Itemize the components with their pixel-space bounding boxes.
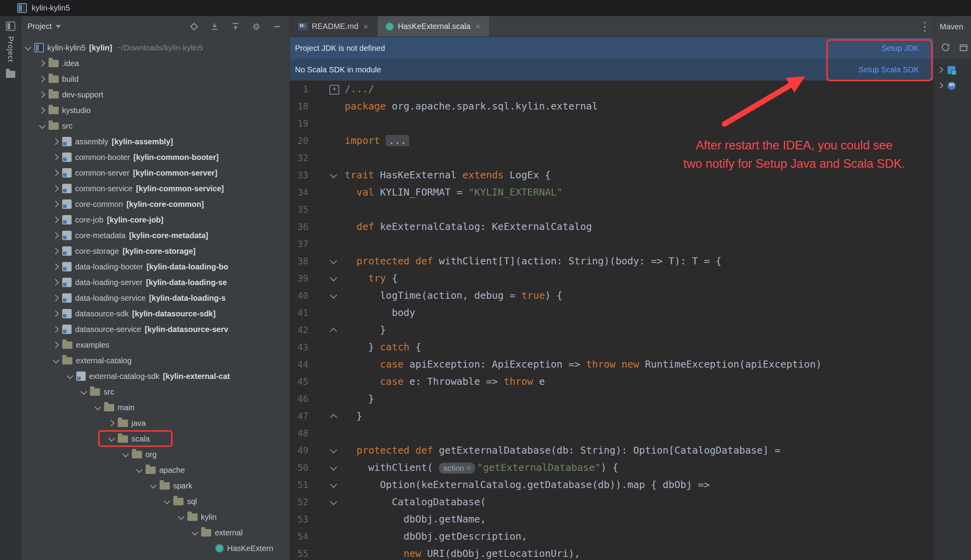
chevron-right-icon[interactable] <box>38 105 48 115</box>
chevron-right-icon[interactable] <box>51 309 61 319</box>
tab-readme-md[interactable]: README.md <box>290 16 378 37</box>
tree-item-kylin[interactable]: kylin <box>21 509 290 525</box>
tree-item-common-server[interactable]: common-server[kylin-common-server] <box>21 165 290 181</box>
fold-down-icon[interactable] <box>308 459 345 476</box>
tree-item-spark[interactable]: spark <box>21 478 290 494</box>
code-text[interactable]: protected def getExternalDatabase(db: St… <box>345 442 780 459</box>
tree-item-external-catalog-sdk[interactable]: external-catalog-sdk[kylin-external-cat <box>21 368 290 384</box>
tree-item-core-metadata[interactable]: core-metadata[kylin-core-metadata] <box>21 228 290 243</box>
folder-stripe-icon[interactable] <box>6 71 15 78</box>
fold-down-icon[interactable] <box>308 442 345 459</box>
tree-item-kylin-kylin5[interactable]: kylin-kylin5[kylin]~/Downloads/kylin-kyl… <box>21 40 290 56</box>
tree-item-examples[interactable]: examples <box>21 337 290 353</box>
code-text[interactable]: case e: Throwable => throw e <box>345 373 545 390</box>
chevron-right-icon[interactable] <box>38 58 48 68</box>
code-text[interactable]: dbObj.getDescription, <box>345 528 527 545</box>
chevron-down-icon[interactable] <box>56 25 61 28</box>
code-text[interactable]: } <box>345 390 374 407</box>
close-icon[interactable] <box>362 22 369 31</box>
tree-item-java[interactable]: java <box>21 415 290 431</box>
tree-item-build[interactable]: build <box>21 71 290 87</box>
chevron-right-icon[interactable] <box>38 90 48 100</box>
tree-item-datasource-sdk[interactable]: datasource-sdk[kylin-datasource-sdk] <box>21 306 290 321</box>
chevron-right-icon[interactable] <box>38 74 48 84</box>
tree-item-external-catalog[interactable]: external-catalog <box>21 353 290 368</box>
tree-item-src[interactable]: src <box>21 384 290 400</box>
tree-item-HasKeExtern[interactable]: HasKeExtern <box>21 540 290 556</box>
code-text[interactable]: /.../ <box>345 81 374 98</box>
chevron-down-icon[interactable] <box>135 465 145 475</box>
code-text[interactable]: dbObj.getName, <box>345 511 486 528</box>
code-text[interactable]: def keExternalCatalog: KeExternalCatalog <box>345 218 592 235</box>
chevron-down-icon[interactable] <box>149 481 159 491</box>
code-text[interactable]: logTime(action, debug = true) { <box>345 287 563 304</box>
tree-item-core-common[interactable]: core-common[kylin-core-common] <box>21 196 290 212</box>
tree-item-core-storage[interactable]: core-storage[kylin-core-storage] <box>21 243 290 259</box>
chevron-right-icon[interactable] <box>51 183 61 194</box>
tree-item-dev-support[interactable]: dev-support <box>21 87 290 102</box>
fold-down-icon[interactable] <box>308 287 345 304</box>
tree-item-main[interactable]: main <box>21 400 290 415</box>
fold-plus-icon[interactable] <box>308 81 345 98</box>
tree-item-data-loading-server[interactable]: data-loading-server[kylin-data-loading-s… <box>21 275 290 290</box>
code-text[interactable]: package org.apache.spark.sql.kylin.exter… <box>345 98 598 115</box>
code-text[interactable]: protected def withClient[T](action: Stri… <box>345 253 721 270</box>
code-text[interactable]: withClient( action ="getExternalDatabase… <box>345 459 619 476</box>
maven-module-row[interactable] <box>934 78 971 93</box>
code-text[interactable]: val KYLIN_FORMAT = "KYLIN_EXTERNAL" <box>345 184 563 201</box>
settings-gear-icon[interactable] <box>252 22 261 31</box>
chevron-right-icon[interactable] <box>51 152 61 162</box>
chevron-right-icon[interactable] <box>51 230 61 241</box>
chevron-down-icon[interactable] <box>121 449 131 459</box>
chevron-down-icon[interactable] <box>65 371 76 381</box>
chevron-down-icon[interactable] <box>23 43 34 53</box>
code-text[interactable]: try { <box>345 270 397 287</box>
fold-down-icon[interactable] <box>308 253 345 270</box>
code-text[interactable]: } <box>345 321 386 339</box>
code-text[interactable]: } <box>345 407 362 425</box>
project-view-title[interactable]: Project <box>27 22 52 31</box>
setup-scala-sdk-link[interactable]: Setup Scala SDK <box>858 65 919 74</box>
tree-item-datasource-service[interactable]: datasource-service[kylin-datasource-serv <box>21 321 290 337</box>
tree-item-core-job[interactable]: core-job[kylin-core-job] <box>21 212 290 228</box>
hide-panel-icon[interactable] <box>272 22 282 31</box>
fold-up-icon[interactable] <box>308 407 345 425</box>
chevron-right-icon[interactable] <box>107 418 117 428</box>
tree-item-org[interactable]: org <box>21 447 290 462</box>
chevron-right-icon[interactable] <box>51 215 61 225</box>
code-text[interactable]: body <box>345 304 415 321</box>
code-text[interactable]: Option(keExternalCatalog.getDatabase(db)… <box>345 476 710 494</box>
collapse-all-icon[interactable] <box>231 22 240 31</box>
chevron-down-icon[interactable] <box>162 496 173 506</box>
more-options-icon[interactable] <box>916 16 934 37</box>
code-text[interactable]: import ... <box>345 132 409 149</box>
tree-item-external[interactable]: external <box>21 525 290 540</box>
stripe-project-label[interactable]: Project <box>6 36 15 62</box>
fold-down-icon[interactable] <box>308 476 345 494</box>
maven-sync-icon[interactable] <box>940 42 951 54</box>
tree-item-assembly[interactable]: assembly[kylin-assembly] <box>21 134 290 149</box>
chevron-down-icon[interactable] <box>51 355 61 366</box>
chevron-right-icon[interactable] <box>937 66 945 74</box>
chevron-right-icon[interactable] <box>51 199 61 209</box>
code-text[interactable]: trait HasKeExternal extends LogEx { <box>345 167 551 184</box>
fold-up-icon[interactable] <box>308 321 345 339</box>
chevron-down-icon[interactable] <box>38 121 48 131</box>
chevron-right-icon[interactable] <box>51 136 61 147</box>
code-text[interactable]: case apiException: ApiException => throw… <box>345 356 822 373</box>
setup-jdk-link[interactable]: Setup JDK <box>881 44 919 53</box>
locate-icon[interactable] <box>189 22 199 31</box>
chevron-down-icon[interactable] <box>79 387 89 397</box>
chevron-right-icon[interactable] <box>937 81 945 90</box>
fold-down-icon[interactable] <box>308 494 345 511</box>
code-text[interactable]: new URI(dbObj.getLocationUri), <box>345 545 580 560</box>
tree-item-.idea[interactable]: .idea <box>21 56 290 71</box>
tree-item-common-booter[interactable]: common-booter[kylin-common-booter] <box>21 149 290 165</box>
code-text[interactable]: } catch { <box>345 339 421 356</box>
close-icon[interactable] <box>475 22 482 31</box>
chevron-right-icon[interactable] <box>51 246 61 256</box>
maven-package-icon[interactable] <box>958 42 969 54</box>
chevron-right-icon[interactable] <box>51 324 61 334</box>
chevron-down-icon[interactable] <box>190 528 200 538</box>
chevron-down-icon[interactable] <box>107 434 117 444</box>
